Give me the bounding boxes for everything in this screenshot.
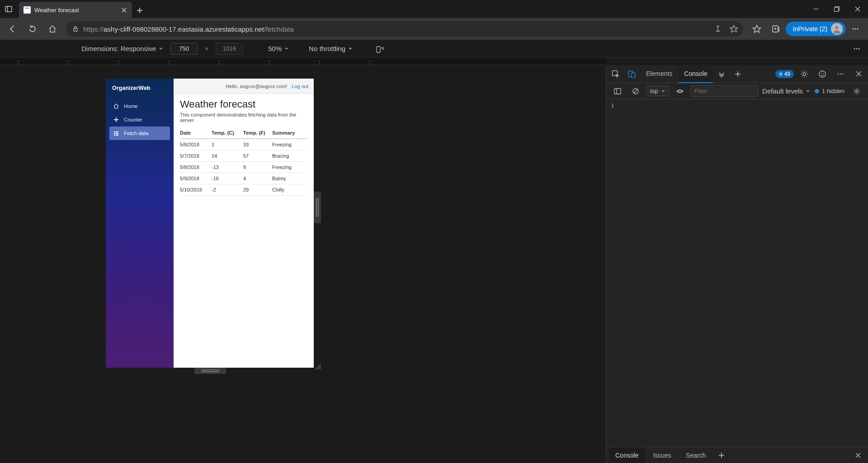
new-tab-button[interactable] <box>132 3 147 18</box>
context-dropdown[interactable]: top <box>646 86 670 96</box>
col-temp-f: Temp. (F) <box>243 127 272 139</box>
refresh-button[interactable] <box>24 21 42 37</box>
address-bar[interactable]: https://ashy-cliff-098028800-17.eastasia… <box>66 21 743 37</box>
app-topbar: Hello, augcor@augcor.com! Log out <box>174 79 314 94</box>
minimize-button[interactable] <box>806 0 826 18</box>
filter-input[interactable] <box>690 85 758 97</box>
tab-elements[interactable]: Elements <box>641 65 678 83</box>
height-input[interactable] <box>216 43 243 55</box>
resize-handle-right[interactable] <box>314 192 321 223</box>
read-aloud-icon[interactable] <box>714 25 722 33</box>
inprivate-indicator[interactable]: InPrivate (2) <box>786 22 845 36</box>
svg-rect-26 <box>114 133 115 134</box>
hidden-messages[interactable]: 1 hidden <box>815 88 844 94</box>
svg-point-16 <box>855 28 856 30</box>
svg-point-20 <box>856 48 858 49</box>
svg-point-42 <box>838 73 839 75</box>
svg-rect-27 <box>116 133 118 134</box>
device-toggle-button[interactable] <box>624 66 640 82</box>
tab-actions-button[interactable] <box>0 0 17 18</box>
svg-point-15 <box>853 28 854 30</box>
menu-button[interactable] <box>846 21 864 37</box>
devtools-tabs: Elements Console 49 <box>606 65 868 83</box>
svg-point-41 <box>823 73 824 74</box>
ruler <box>0 58 606 65</box>
collections-button[interactable] <box>767 21 785 37</box>
table-row: 5/9/2018-164Balmy <box>180 173 307 184</box>
close-window-button[interactable] <box>847 0 868 18</box>
lock-icon <box>71 26 80 32</box>
svg-point-38 <box>803 73 806 75</box>
console-settings-button[interactable] <box>849 84 864 99</box>
favorite-icon[interactable] <box>730 25 738 33</box>
svg-rect-25 <box>116 131 118 132</box>
dimensions-dropdown[interactable]: Dimensions: Responsive <box>81 45 163 52</box>
responsive-viewport: OrganizerWeb Home Counter Fetch data <box>0 65 606 463</box>
console-sidebar-button[interactable] <box>610 84 625 99</box>
svg-point-19 <box>854 48 855 49</box>
nav-fetch-data[interactable]: Fetch data <box>109 126 170 140</box>
app-brand[interactable]: OrganizerWeb <box>106 79 174 98</box>
feedback-button[interactable] <box>815 66 830 82</box>
greeting-text: Hello, augcor@augcor.com! <box>226 84 287 89</box>
device-frame: OrganizerWeb Home Counter Fetch data <box>106 79 314 368</box>
settings-button[interactable] <box>797 66 812 82</box>
zoom-dropdown[interactable]: 50% <box>268 45 289 52</box>
list-icon <box>113 130 119 136</box>
browser-tab[interactable]: Weather forecast <box>19 2 132 18</box>
width-input[interactable] <box>170 43 198 55</box>
home-button[interactable] <box>43 21 61 37</box>
tabs-overflow-button[interactable] <box>714 66 729 82</box>
table-header-row: Date Temp. (C) Temp. (F) Summary <box>180 127 307 139</box>
tab-title: Weather forecast <box>34 7 117 14</box>
svg-point-14 <box>835 26 838 29</box>
device-toolbar-more[interactable] <box>853 45 861 53</box>
add-tab-button[interactable] <box>730 66 745 82</box>
nav-counter[interactable]: Counter <box>109 113 170 126</box>
svg-rect-11 <box>74 28 77 31</box>
live-expression-button[interactable] <box>672 84 688 99</box>
home-icon <box>113 103 119 109</box>
inspect-element-button[interactable] <box>608 66 623 82</box>
device-toolbar: Dimensions: Responsive × 50% No throttli… <box>0 40 868 58</box>
favorites-button[interactable] <box>748 21 766 37</box>
col-summary: Summary <box>272 127 307 139</box>
issues-badge[interactable]: 49 <box>775 70 794 78</box>
drawer-tab-search[interactable]: Search <box>679 447 712 463</box>
col-temp-c: Temp. (C) <box>212 127 243 139</box>
tab-close-button[interactable] <box>120 6 127 14</box>
svg-rect-35 <box>632 73 635 78</box>
col-date: Date <box>180 127 212 139</box>
toolbar-right: InPrivate (2) <box>748 21 864 37</box>
rotate-button[interactable] <box>375 44 384 53</box>
nav-home[interactable]: Home <box>109 99 170 113</box>
back-button[interactable] <box>4 21 22 37</box>
resize-handle-bottom[interactable] <box>194 368 226 374</box>
log-levels-dropdown[interactable]: Default levels <box>762 87 810 95</box>
drawer-close-button[interactable] <box>851 448 865 463</box>
console-output[interactable]: ❯ <box>606 99 868 447</box>
devtools-menu-button[interactable] <box>833 66 848 82</box>
tab-strip: Weather forecast <box>17 0 806 18</box>
table-row: 5/8/2018-139Freezing <box>180 162 307 173</box>
resize-handle-corner[interactable] <box>314 362 321 369</box>
tab-console[interactable]: Console <box>679 65 712 83</box>
devtools-close-button[interactable] <box>851 66 866 82</box>
console-filter-bar: top Default levels 1 hidden <box>606 83 868 99</box>
svg-point-39 <box>819 71 826 77</box>
throttling-dropdown[interactable]: No throttling <box>309 45 353 52</box>
svg-point-44 <box>842 73 844 75</box>
svg-point-43 <box>840 73 841 75</box>
devtools-panel: Elements Console 49 top De <box>606 65 868 463</box>
svg-rect-24 <box>114 131 115 132</box>
drawer-tab-console[interactable]: Console <box>609 447 645 463</box>
forecast-table: Date Temp. (C) Temp. (F) Summary 5/6/201… <box>180 127 307 196</box>
multiply-icon: × <box>205 45 208 52</box>
maximize-button[interactable] <box>826 0 847 18</box>
page-subtitle: This component demonstrates fetching dat… <box>180 112 307 123</box>
logout-link[interactable]: Log out <box>292 84 308 89</box>
drawer-tab-issues[interactable]: Issues <box>646 447 677 463</box>
drawer-add-tab-button[interactable] <box>714 448 729 463</box>
svg-rect-29 <box>116 135 118 136</box>
clear-console-button[interactable] <box>628 84 643 99</box>
